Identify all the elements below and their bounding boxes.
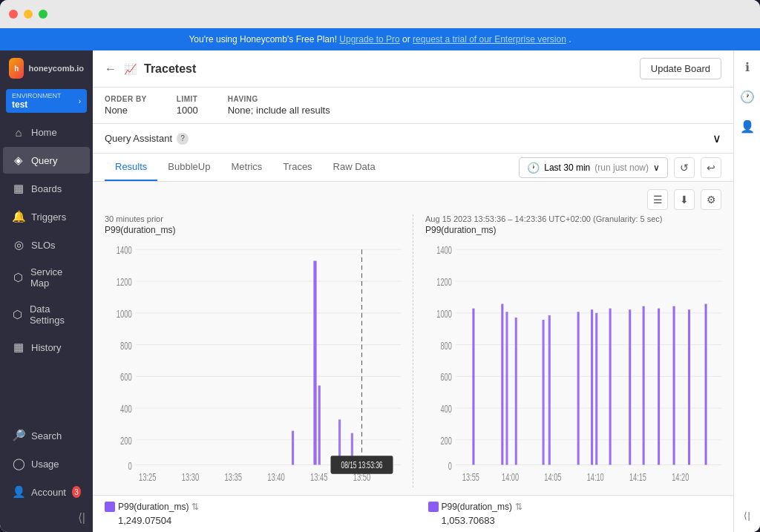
chart-icon: 📈 — [124, 63, 137, 75]
page-title: Tracetest — [144, 62, 632, 76]
svg-rect-64 — [658, 309, 660, 465]
svg-rect-23 — [313, 261, 316, 465]
svg-text:14:10: 14:10 — [587, 471, 604, 482]
svg-rect-62 — [629, 309, 631, 464]
sidebar-collapse-button[interactable]: ⟨| — [0, 506, 93, 529]
banner-middle: or — [402, 34, 413, 45]
account-icon: 👤 — [12, 485, 25, 499]
svg-rect-58 — [577, 312, 580, 464]
environment-selector[interactable]: ENVIRONMENT test › — [6, 89, 87, 113]
svg-rect-63 — [643, 306, 645, 465]
svg-text:200: 200 — [120, 435, 132, 446]
user-rail-icon[interactable]: 👤 — [737, 116, 758, 137]
usage-icon: ◯ — [12, 457, 25, 470]
logo: h honeycomb.io — [0, 50, 93, 86]
sidebar-item-data-settings[interactable]: ⬡ Data Settings — [3, 297, 90, 332]
time-range-selector[interactable]: 🕐 Last 30 min (run just now) ∨ — [519, 157, 668, 178]
sidebar-item-search[interactable]: 🔎 Search — [3, 422, 90, 449]
back-button[interactable]: ← — [105, 62, 117, 76]
svg-text:13:55: 13:55 — [462, 471, 479, 482]
chevron-down-icon: ∨ — [653, 162, 660, 173]
sidebar-item-home[interactable]: ⌂ Home — [3, 119, 90, 145]
banner-text: You're using Honeycomb's Free Plan! — [189, 34, 339, 45]
collapse-rail-button[interactable]: ⟨| — [737, 505, 758, 526]
svg-text:13:45: 13:45 — [310, 471, 328, 482]
svg-rect-57 — [548, 315, 551, 465]
time-run-label: (run just now) — [594, 162, 649, 173]
svg-rect-67 — [704, 304, 707, 465]
sort-icon[interactable]: ⇅ — [191, 502, 199, 512]
map-icon: ⬡ — [12, 271, 24, 284]
close-button[interactable] — [9, 10, 18, 19]
time-range-label: Last 30 min — [544, 162, 590, 173]
comment-button[interactable]: ☰ — [647, 189, 668, 210]
account-badge: 3 — [72, 486, 81, 498]
right-chart-svg-wrap: 1400 1200 1000 800 600 400 200 0 13:55 — [425, 238, 721, 487]
right-legend-header: P99(duration_ms) ⇅ — [428, 502, 722, 512]
env-label: ENVIRONMENT — [12, 92, 62, 99]
sidebar-item-label: Triggers — [31, 211, 66, 223]
maximize-button[interactable] — [39, 10, 48, 19]
title-bar — [0, 0, 760, 28]
charts-container: 30 minutes prior P99(duration_ms) — [105, 214, 721, 487]
svg-text:400: 400 — [440, 403, 452, 414]
sidebar-item-account[interactable]: 👤 Account 3 — [3, 479, 90, 505]
svg-text:1000: 1000 — [436, 308, 452, 319]
sidebar-item-slos[interactable]: ◎ SLOs — [3, 231, 90, 258]
having-label: HAVING — [228, 95, 330, 103]
sidebar-item-service-map[interactable]: ⬡ Service Map — [3, 260, 90, 295]
svg-text:13:35: 13:35 — [224, 471, 242, 482]
tab-raw-data[interactable]: Raw Data — [323, 154, 386, 181]
svg-rect-61 — [609, 309, 612, 465]
left-legend-item: P99(duration_ms) ⇅ 1,249.07504 — [105, 502, 399, 526]
query-assistant-label: Query Assistant ? — [105, 133, 189, 145]
svg-text:1200: 1200 — [436, 276, 452, 287]
left-chart-metric: P99(duration_ms) — [105, 225, 401, 235]
svg-text:0: 0 — [448, 460, 453, 471]
svg-text:1400: 1400 — [117, 245, 132, 256]
sidebar: h honeycomb.io ENVIRONMENT test › ⌂ Home… — [0, 50, 93, 532]
tab-results[interactable]: Results — [105, 154, 157, 181]
download-button[interactable]: ⬇ — [674, 189, 695, 210]
enterprise-link[interactable]: request a trial of our Enterprise versio… — [413, 34, 566, 45]
info-icon[interactable]: ℹ — [737, 56, 758, 77]
svg-rect-66 — [688, 309, 690, 464]
upgrade-link[interactable]: Upgrade to Pro — [339, 34, 399, 45]
svg-rect-65 — [673, 306, 675, 465]
legend-bar: P99(duration_ms) ⇅ 1,249.07504 P99(durat… — [93, 495, 733, 532]
left-chart-meta: 30 minutes prior — [105, 214, 401, 223]
sidebar-item-label: Boards — [31, 183, 62, 194]
history-rail-icon[interactable]: 🕐 — [737, 86, 758, 107]
tab-metrics[interactable]: Metrics — [220, 154, 272, 181]
undo-button[interactable]: ↩ — [701, 157, 721, 178]
logo-icon: h — [9, 58, 24, 79]
chart-area: ☰ ⬇ ⚙ 30 minutes prior P99(duration_ms) — [93, 182, 733, 495]
left-chart-svg-wrap: 1400 1200 1000 800 600 400 200 0 13:25 — [105, 238, 401, 487]
sidebar-item-triggers[interactable]: 🔔 Triggers — [3, 203, 90, 230]
sidebar-item-label: Data Settings — [30, 303, 81, 326]
boards-icon: ▦ — [12, 182, 25, 195]
right-chart-svg: 1400 1200 1000 800 600 400 200 0 13:55 — [425, 238, 721, 487]
sidebar-item-usage[interactable]: ◯ Usage — [3, 450, 90, 477]
minimize-button[interactable] — [24, 10, 33, 19]
svg-rect-22 — [292, 431, 294, 465]
tab-traces[interactable]: Traces — [272, 154, 322, 181]
order-by-filter: ORDER BY None — [105, 95, 147, 116]
banner-end: . — [569, 34, 571, 45]
sidebar-item-label: Usage — [31, 459, 59, 470]
sidebar-item-history[interactable]: ▦ History — [3, 334, 90, 361]
sidebar-item-query[interactable]: ◈ Query — [3, 147, 90, 174]
svg-rect-60 — [595, 313, 597, 465]
svg-text:600: 600 — [440, 372, 452, 383]
sort-icon-right[interactable]: ⇅ — [515, 502, 522, 512]
sidebar-item-boards[interactable]: ▦ Boards — [3, 175, 90, 202]
tab-bubbleup[interactable]: BubbleUp — [157, 154, 220, 181]
update-board-button[interactable]: Update Board — [640, 58, 721, 79]
having-value: None; include all results — [228, 105, 330, 116]
right-chart-panel: Aug 15 2023 13:53:36 – 14:23:36 UTC+02:0… — [413, 214, 721, 487]
left-legend-header: P99(duration_ms) ⇅ — [105, 502, 399, 512]
chart-settings-button[interactable]: ⚙ — [701, 189, 721, 210]
refresh-button[interactable]: ↺ — [674, 157, 695, 178]
content-header: ← 📈 Tracetest Update Board — [93, 50, 733, 88]
query-assistant-bar[interactable]: Query Assistant ? ∨ — [93, 124, 733, 154]
